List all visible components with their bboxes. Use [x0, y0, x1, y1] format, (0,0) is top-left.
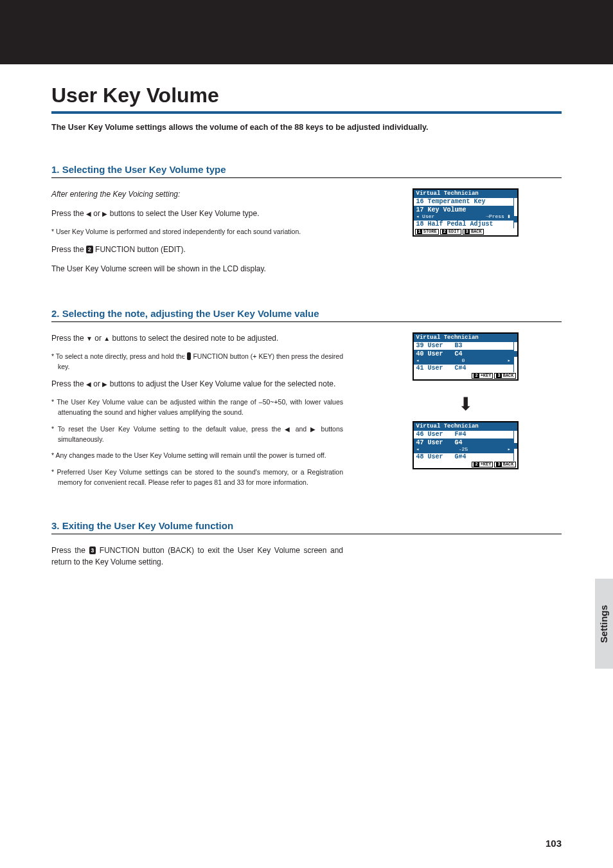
section-2-note3: * To reset the User Key Volume setting t…	[51, 424, 343, 445]
lcd1-scrollbar	[513, 198, 517, 228]
header-bar	[0, 0, 613, 64]
lcd3-title: Virtual Technician	[414, 422, 517, 431]
up-arrow-icon: ▲	[103, 335, 110, 342]
right-arrow-icon: ▶	[310, 426, 317, 433]
left-arrow-icon: ◀	[285, 426, 292, 433]
lcd2-footer: 2+KEY 3BACK	[414, 372, 517, 379]
section-1-note1: * User Key Volume is performed and store…	[51, 227, 343, 237]
section-1-columns: After entering the Key Voicing setting: …	[51, 188, 562, 282]
lcd3-row2: 47 User G4	[414, 439, 513, 447]
section-3-title: 3. Exiting the User Key Volume function	[51, 520, 562, 534]
lcd3-row1: 46 User F#4	[414, 431, 513, 439]
section-2-note2: * The User Key Volume value can be adjus…	[51, 397, 343, 418]
lcd1-footer: 1STORE 2EDIT 3BACK	[414, 228, 517, 235]
lcd1-sub: ◂ User→Press ▮	[414, 214, 513, 221]
section-2-text: Press the ▼ or ▲ buttons to select the d…	[51, 332, 343, 494]
lcd3-btn-key: 2+KEY	[472, 462, 493, 467]
section-2-note5: * Preferred User Key Volume settings can…	[51, 467, 343, 488]
lcd2-btn-key: 2+KEY	[472, 373, 493, 379]
section-2-title: 2. Selecting the note, adjusting the Use…	[51, 308, 562, 322]
section-1-text: After entering the Key Voicing setting: …	[51, 188, 343, 282]
intro-text: The User Key Volume settings allows the …	[51, 123, 562, 132]
lcd2-title: Virtual Technician	[414, 334, 517, 342]
lcd2-scrollbar	[513, 342, 517, 372]
section-1-lcd-col: Virtual Technician 16 Temperament Key 17…	[369, 188, 562, 282]
lcd1-row1: 16 Temperament Key	[414, 198, 513, 206]
section-3-text: Press the 3 FUNCTION button (BACK) to ex…	[51, 545, 343, 575]
section-2-lcd-col: Virtual Technician 39 User B3 40 User C4…	[369, 332, 562, 494]
lcd2-row2: 40 User C4	[414, 350, 513, 358]
lcd3-row3: 48 User G#4	[414, 453, 513, 461]
transition-arrow-icon: ⬇	[458, 393, 473, 415]
function-2-icon: 2	[86, 246, 93, 253]
section-tab-label: Settings	[599, 604, 610, 642]
lcd2-row3: 41 User C#4	[414, 365, 513, 372]
page-content: User Key Volume The User Key Volume sett…	[0, 64, 613, 575]
section-3-p1: Press the 3 FUNCTION button (BACK) to ex…	[51, 545, 343, 568]
section-1-title: 1. Selecting the User Key Volume type	[51, 164, 562, 178]
page-title: User Key Volume	[51, 84, 562, 114]
page-number: 103	[546, 838, 562, 849]
section-2-columns: Press the ▼ or ▲ buttons to select the d…	[51, 332, 562, 494]
section-1-p4: The User Key Volume screen will be shown…	[51, 263, 343, 275]
lcd1-btn-store: 1STORE	[415, 229, 439, 235]
section-2-note4: * Any changes made to the User Key Volum…	[51, 451, 343, 461]
lcd3-btn-back: 3BACK	[494, 462, 515, 467]
lcd-display-2: Virtual Technician 39 User B3 40 User C4…	[413, 332, 519, 381]
lcd1-btn-back: 3BACK	[463, 229, 484, 235]
lcd1-row3: 18 Half Pedal Adjust	[414, 221, 513, 228]
lcd2-row1: 39 User B3	[414, 342, 513, 350]
lcd2-btn-back: 3BACK	[494, 373, 515, 379]
lcd2-sub: ◂0▸	[414, 358, 513, 365]
left-arrow-icon: ◀	[86, 381, 91, 388]
section-tab: Settings	[595, 579, 613, 669]
lcd3-sub: ◂-25▸	[414, 447, 513, 453]
left-arrow-icon: ◀	[86, 210, 91, 217]
section-2-note1: * To select a note directly, press and h…	[51, 352, 343, 372]
lcd1-btn-edit: 2EDIT	[440, 229, 461, 235]
down-arrow-icon: ▼	[86, 335, 93, 342]
lcd-display-1: Virtual Technician 16 Temperament Key 17…	[413, 188, 519, 237]
section-2-p1: Press the ▼ or ▲ buttons to select the d…	[51, 332, 343, 344]
function-3-icon: 3	[89, 547, 96, 554]
lcd3-scrollbar	[513, 431, 517, 461]
section-2-p2: Press the ◀ or ▶ buttons to adjust the U…	[51, 378, 343, 390]
section-3-columns: Press the 3 FUNCTION button (BACK) to ex…	[51, 545, 562, 575]
lcd1-title: Virtual Technician	[414, 190, 517, 198]
section-1-lead: After entering the Key Voicing setting:	[51, 190, 180, 199]
section-1-p3: Press the 2 FUNCTION button (EDIT).	[51, 244, 343, 255]
section-1-p2: Press the ◀ or ▶ buttons to select the U…	[51, 208, 343, 219]
lcd3-footer: 2+KEY 3BACK	[414, 461, 517, 468]
lcd-display-3: Virtual Technician 46 User F#4 47 User G…	[413, 421, 519, 469]
